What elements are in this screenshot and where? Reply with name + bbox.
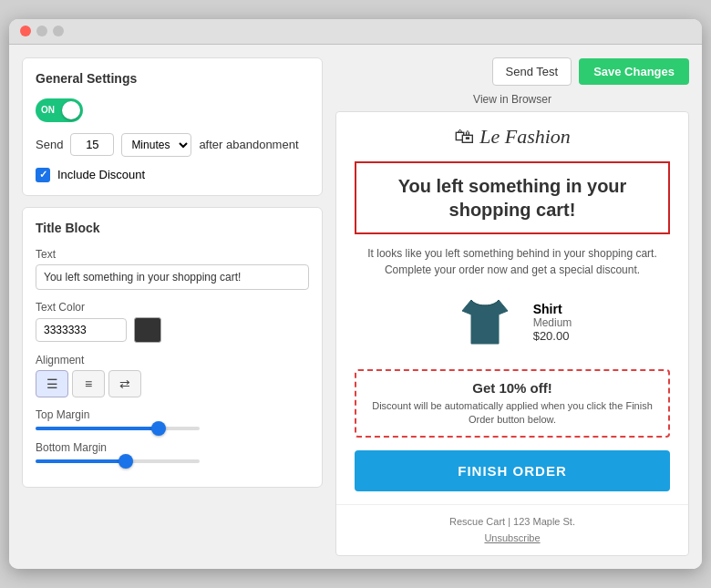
shirt-icon (453, 291, 517, 355)
bottom-margin-thumb[interactable] (118, 454, 133, 469)
send-unit-select[interactable]: Minutes Hours (121, 133, 191, 157)
color-row (36, 317, 309, 343)
send-row: Send Minutes Hours after abandonment (36, 133, 309, 157)
top-margin-label: Top Margin (36, 408, 309, 421)
bottom-margin-track[interactable] (36, 459, 200, 463)
save-changes-button[interactable]: Save Changes (579, 58, 689, 85)
email-footer: Rescue Cart | 123 Maple St. Unsubscribe (336, 504, 688, 555)
email-logo: 🛍 Le Fashion (349, 125, 675, 149)
email-headline: You left something in your shopping cart… (367, 174, 657, 222)
main-content: General Settings ON Send Minutes Hours (9, 45, 702, 570)
send-test-button[interactable]: Send Test (492, 57, 572, 86)
finish-order-button[interactable]: FINISH ORDER (355, 450, 670, 491)
top-margin-thumb[interactable] (151, 421, 166, 436)
toggle-knob (62, 101, 80, 119)
include-discount-checkbox[interactable]: ✓ (36, 168, 50, 182)
email-subtext: It looks like you left something behind … (336, 245, 688, 291)
include-discount-row: ✓ Include Discount (36, 168, 309, 182)
app-window: General Settings ON Send Minutes Hours (9, 19, 702, 570)
alignment-label: Alignment (36, 354, 309, 366)
general-settings-section: General Settings ON Send Minutes Hours (22, 57, 323, 196)
general-settings-title: General Settings (36, 71, 309, 86)
product-info: Shirt Medium $20.00 (533, 302, 572, 343)
discount-box: Get 10% off! Discount will be automatica… (355, 369, 670, 438)
discount-text: Discount will be automatically applied w… (369, 399, 655, 428)
shirt-image (453, 291, 517, 355)
title-block-title: Title Block (36, 221, 309, 235)
titlebar (9, 19, 702, 45)
color-field-label: Text Color (36, 301, 309, 314)
title-block-section: Title Block Text Text Color Alignmen (22, 207, 323, 488)
color-swatch[interactable] (134, 317, 161, 343)
checkmark-icon: ✓ (39, 169, 47, 181)
bottom-margin-label: Bottom Margin (36, 441, 309, 454)
top-margin-group: Top Margin (36, 408, 309, 430)
toolbar: Send Test Save Changes (335, 57, 689, 86)
right-panel: Send Test Save Changes View in Browser 🛍… (335, 57, 689, 557)
toggle-row: ON (36, 98, 309, 122)
after-abandonment-label: after abandonment (199, 138, 298, 151)
text-field-group: Text (36, 248, 309, 290)
unsubscribe-link[interactable]: Unsubscribe (345, 531, 679, 547)
color-field-group: Text Color (36, 301, 309, 343)
email-headline-box: You left something in your shopping cart… (355, 161, 670, 234)
title-text-input[interactable] (36, 264, 309, 290)
left-panel: General Settings ON Send Minutes Hours (22, 57, 323, 557)
view-in-browser-link[interactable]: View in Browser (335, 93, 689, 106)
top-margin-fill (36, 427, 159, 430)
align-center-button[interactable]: ≡ (72, 370, 105, 397)
close-dot[interactable] (20, 26, 31, 36)
top-margin-track[interactable] (36, 427, 200, 430)
alignment-field-group: Alignment ☰ ≡ ⇄ (36, 354, 309, 397)
product-price: $20.00 (533, 329, 572, 343)
footer-address: Rescue Cart | 123 Maple St. (345, 514, 679, 531)
minimize-dot[interactable] (36, 26, 47, 36)
color-hex-input[interactable] (36, 318, 127, 342)
product-name: Shirt (533, 302, 572, 316)
on-off-toggle[interactable]: ON (36, 98, 83, 122)
send-label: Send (36, 138, 63, 151)
bottom-margin-fill (36, 459, 126, 463)
toggle-label: ON (41, 105, 55, 115)
align-right-button[interactable]: ⇄ (108, 370, 141, 397)
shopping-bag-icon: 🛍 (454, 125, 474, 149)
email-logo-area: 🛍 Le Fashion (336, 112, 688, 161)
alignment-group: ☰ ≡ ⇄ (36, 370, 309, 397)
include-discount-label: Include Discount (57, 168, 145, 181)
product-variant: Medium (533, 316, 572, 329)
bottom-margin-group: Bottom Margin (36, 441, 309, 463)
brand-name: Le Fashion (479, 125, 571, 149)
maximize-dot[interactable] (53, 26, 64, 36)
align-left-button[interactable]: ☰ (36, 370, 68, 397)
email-preview: 🛍 Le Fashion You left something in your … (335, 111, 689, 557)
text-field-label: Text (36, 248, 309, 261)
send-value-input[interactable] (70, 133, 114, 156)
discount-title: Get 10% off! (369, 380, 655, 396)
email-product-row: Shirt Medium $20.00 (336, 291, 688, 369)
